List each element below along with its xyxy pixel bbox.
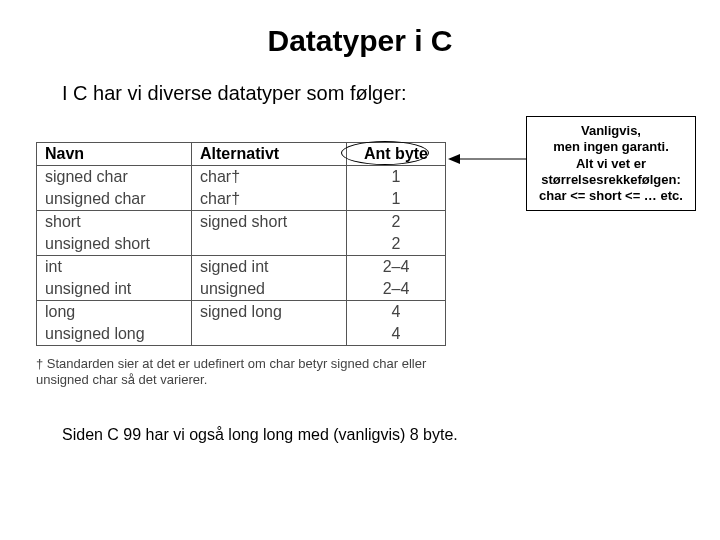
table-row: unsigned short 2 — [37, 233, 446, 256]
cell-navn: signed char — [37, 166, 192, 189]
cell-byte: 2 — [347, 211, 446, 234]
cell-byte: 4 — [347, 301, 446, 324]
cell-alt: signed int — [192, 256, 347, 279]
cell-navn: unsigned int — [37, 278, 192, 301]
cell-byte: 2–4 — [347, 278, 446, 301]
footer-center: INF 1060 — [0, 536, 720, 540]
table-row: int signed int 2–4 — [37, 256, 446, 279]
callout-line: char <= short <= … etc. — [533, 188, 689, 204]
svg-marker-1 — [448, 154, 460, 164]
datatype-table: Navn Alternativt Ant byte signed char ch… — [36, 142, 446, 346]
cell-alt: unsigned — [192, 278, 347, 301]
table-row: unsigned long 4 — [37, 323, 446, 346]
cell-alt: char† — [192, 166, 347, 189]
cell-navn: unsigned long — [37, 323, 192, 346]
cell-alt: signed long — [192, 301, 347, 324]
cell-byte: 2–4 — [347, 256, 446, 279]
cell-navn: short — [37, 211, 192, 234]
cell-alt — [192, 323, 347, 346]
datatype-table-wrap: Navn Alternativt Ant byte signed char ch… — [36, 142, 446, 389]
cell-byte: 2 — [347, 233, 446, 256]
table-footnote: † Standarden sier at det er udefinert om… — [36, 356, 446, 389]
arrow-left-icon — [448, 152, 526, 166]
table-row: short signed short 2 — [37, 211, 446, 234]
callout-box: Vanligvis, men ingen garanti. Alt vi vet… — [526, 116, 696, 211]
callout-line: størrelsesrekkefølgen: — [533, 172, 689, 188]
table-row: unsigned char char† 1 — [37, 188, 446, 211]
col-ant-byte: Ant byte — [347, 143, 446, 166]
cell-byte: 4 — [347, 323, 446, 346]
cell-alt — [192, 233, 347, 256]
cell-alt: signed short — [192, 211, 347, 234]
table-row: unsigned int unsigned 2–4 — [37, 278, 446, 301]
cell-navn: unsigned char — [37, 188, 192, 211]
callout-line: Alt vi vet er — [533, 156, 689, 172]
col-navn: Navn — [37, 143, 192, 166]
table-header-row: Navn Alternativt Ant byte — [37, 143, 446, 166]
cell-navn: long — [37, 301, 192, 324]
cell-navn: int — [37, 256, 192, 279]
cell-byte: 1 — [347, 166, 446, 189]
col-alternativt: Alternativt — [192, 143, 347, 166]
callout-line: Vanligvis, — [533, 123, 689, 139]
slide: Datatyper i C I C har vi diverse datatyp… — [0, 24, 720, 540]
table-row: signed char char† 1 — [37, 166, 446, 189]
subtitle: I C har vi diverse datatyper som følger: — [62, 82, 720, 105]
callout-line: men ingen garanti. — [533, 139, 689, 155]
cell-byte: 1 — [347, 188, 446, 211]
col-ant-byte-label: Ant byte — [364, 145, 428, 162]
cell-alt: char† — [192, 188, 347, 211]
page-title: Datatyper i C — [0, 24, 720, 58]
below-note: Siden C 99 har vi også long long med (va… — [62, 426, 458, 444]
cell-navn: unsigned short — [37, 233, 192, 256]
table-row: long signed long 4 — [37, 301, 446, 324]
footer-page: 22 — [667, 536, 684, 540]
